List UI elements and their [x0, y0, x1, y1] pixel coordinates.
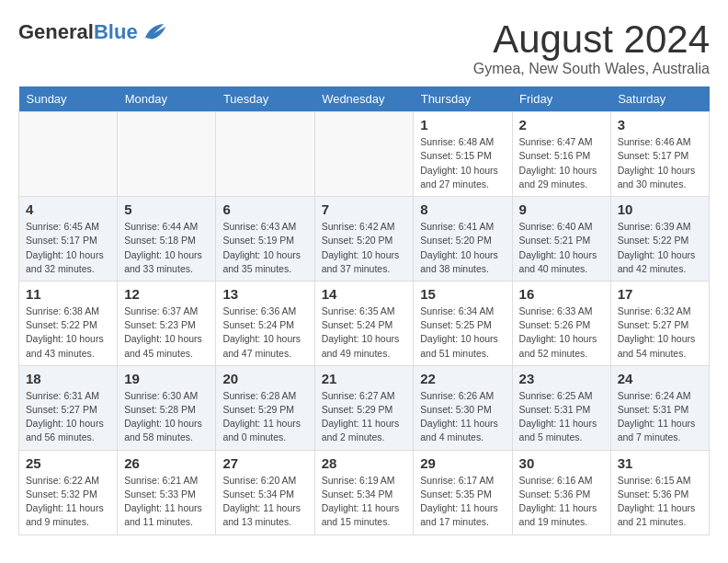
day-number: 25: [26, 455, 110, 471]
header-friday: Friday: [512, 86, 610, 112]
day-number: 14: [322, 286, 407, 302]
day-info: Sunrise: 6:45 AM Sunset: 5:17 PM Dayligh…: [26, 220, 110, 276]
calendar-cell: 13Sunrise: 6:36 AM Sunset: 5:24 PM Dayli…: [216, 281, 314, 365]
logo-blue-text: Blue: [94, 20, 138, 43]
calendar-cell: 10Sunrise: 6:39 AM Sunset: 5:22 PM Dayli…: [610, 197, 709, 282]
calendar-cell: 15Sunrise: 6:34 AM Sunset: 5:25 PM Dayli…: [414, 281, 512, 365]
header-wednesday: Wednesday: [314, 86, 414, 112]
calendar-cell: 5Sunrise: 6:44 AM Sunset: 5:18 PM Daylig…: [118, 197, 216, 282]
calendar-cell: 27Sunrise: 6:20 AM Sunset: 5:34 PM Dayli…: [216, 450, 314, 534]
day-info: Sunrise: 6:27 AM Sunset: 5:29 PM Dayligh…: [322, 389, 407, 445]
day-info: Sunrise: 6:22 AM Sunset: 5:32 PM Dayligh…: [26, 474, 110, 530]
calendar-header-row: SundayMondayTuesdayWednesdayThursdayFrid…: [19, 86, 710, 112]
day-info: Sunrise: 6:41 AM Sunset: 5:20 PM Dayligh…: [420, 220, 505, 276]
day-info: Sunrise: 6:42 AM Sunset: 5:20 PM Dayligh…: [322, 220, 407, 276]
day-number: 11: [26, 286, 110, 302]
calendar-cell: 23Sunrise: 6:25 AM Sunset: 5:31 PM Dayli…: [512, 365, 610, 450]
calendar-cell: 25Sunrise: 6:22 AM Sunset: 5:32 PM Dayli…: [19, 450, 118, 534]
day-number: 2: [519, 117, 604, 132]
calendar-cell: 18Sunrise: 6:31 AM Sunset: 5:27 PM Dayli…: [19, 365, 118, 450]
day-info: Sunrise: 6:28 AM Sunset: 5:29 PM Dayligh…: [222, 389, 307, 445]
day-info: Sunrise: 6:37 AM Sunset: 5:23 PM Dayligh…: [124, 304, 209, 361]
day-number: 9: [519, 201, 604, 217]
logo-bird-icon: [140, 18, 167, 46]
header-sunday: Sunday: [19, 86, 118, 112]
day-info: Sunrise: 6:16 AM Sunset: 5:36 PM Dayligh…: [519, 474, 604, 530]
calendar-cell: 19Sunrise: 6:30 AM Sunset: 5:28 PM Dayli…: [118, 365, 216, 450]
header-saturday: Saturday: [610, 86, 709, 112]
calendar-cell: 20Sunrise: 6:28 AM Sunset: 5:29 PM Dayli…: [216, 365, 314, 450]
day-number: 13: [222, 286, 307, 302]
calendar-cell: 30Sunrise: 6:16 AM Sunset: 5:36 PM Dayli…: [512, 450, 610, 534]
day-info: Sunrise: 6:48 AM Sunset: 5:15 PM Dayligh…: [420, 135, 505, 191]
day-number: 20: [222, 371, 307, 386]
calendar-cell: 22Sunrise: 6:26 AM Sunset: 5:30 PM Dayli…: [414, 365, 512, 450]
day-info: Sunrise: 6:19 AM Sunset: 5:34 PM Dayligh…: [322, 474, 407, 530]
calendar-cell: 11Sunrise: 6:38 AM Sunset: 5:22 PM Dayli…: [19, 281, 118, 365]
day-number: 24: [618, 371, 702, 386]
calendar-cell: 21Sunrise: 6:27 AM Sunset: 5:29 PM Dayli…: [314, 365, 414, 450]
day-info: Sunrise: 6:24 AM Sunset: 5:31 PM Dayligh…: [618, 389, 702, 445]
day-number: 31: [618, 455, 702, 471]
day-number: 23: [519, 371, 604, 386]
day-number: 10: [618, 201, 702, 217]
day-number: 22: [420, 371, 505, 386]
logo-general-text: General: [18, 20, 94, 43]
day-number: 16: [519, 286, 604, 302]
calendar-cell: [118, 112, 216, 197]
calendar-cell: [314, 112, 414, 197]
day-info: Sunrise: 6:33 AM Sunset: 5:26 PM Dayligh…: [519, 304, 604, 361]
calendar-cell: 9Sunrise: 6:40 AM Sunset: 5:21 PM Daylig…: [512, 197, 610, 282]
location-subtitle: Gymea, New South Wales, Australia: [473, 61, 710, 77]
day-number: 12: [124, 286, 209, 302]
day-number: 3: [618, 117, 702, 132]
day-number: 19: [124, 371, 209, 386]
calendar-week-3: 11Sunrise: 6:38 AM Sunset: 5:22 PM Dayli…: [19, 281, 710, 365]
day-info: Sunrise: 6:25 AM Sunset: 5:31 PM Dayligh…: [519, 389, 604, 445]
day-number: 30: [519, 455, 604, 471]
day-info: Sunrise: 6:30 AM Sunset: 5:28 PM Dayligh…: [124, 389, 209, 445]
day-number: 26: [124, 455, 209, 471]
day-info: Sunrise: 6:47 AM Sunset: 5:16 PM Dayligh…: [519, 135, 604, 191]
calendar-cell: [19, 112, 118, 197]
day-number: 18: [26, 371, 110, 386]
calendar-cell: 12Sunrise: 6:37 AM Sunset: 5:23 PM Dayli…: [118, 281, 216, 365]
day-info: Sunrise: 6:34 AM Sunset: 5:25 PM Dayligh…: [420, 304, 505, 361]
calendar-cell: 24Sunrise: 6:24 AM Sunset: 5:31 PM Dayli…: [610, 365, 709, 450]
day-number: 1: [420, 117, 505, 132]
day-number: 4: [26, 201, 110, 217]
day-info: Sunrise: 6:21 AM Sunset: 5:33 PM Dayligh…: [124, 474, 209, 530]
title-block: August 2024 Gymea, New South Wales, Aust…: [473, 18, 710, 77]
day-info: Sunrise: 6:32 AM Sunset: 5:27 PM Dayligh…: [618, 304, 702, 361]
calendar-week-1: 1Sunrise: 6:48 AM Sunset: 5:15 PM Daylig…: [19, 112, 710, 197]
calendar-table: SundayMondayTuesdayWednesdayThursdayFrid…: [18, 86, 710, 534]
calendar-cell: 26Sunrise: 6:21 AM Sunset: 5:33 PM Dayli…: [118, 450, 216, 534]
calendar-cell: 1Sunrise: 6:48 AM Sunset: 5:15 PM Daylig…: [414, 112, 512, 197]
day-number: 28: [322, 455, 407, 471]
day-info: Sunrise: 6:43 AM Sunset: 5:19 PM Dayligh…: [222, 220, 307, 276]
header-monday: Monday: [118, 86, 216, 112]
header-thursday: Thursday: [414, 86, 512, 112]
day-info: Sunrise: 6:17 AM Sunset: 5:35 PM Dayligh…: [420, 474, 505, 530]
calendar-cell: 31Sunrise: 6:15 AM Sunset: 5:36 PM Dayli…: [610, 450, 709, 534]
day-info: Sunrise: 6:31 AM Sunset: 5:27 PM Dayligh…: [26, 389, 110, 445]
day-info: Sunrise: 6:44 AM Sunset: 5:18 PM Dayligh…: [124, 220, 209, 276]
month-title: August 2024: [473, 18, 710, 61]
calendar-cell: 28Sunrise: 6:19 AM Sunset: 5:34 PM Dayli…: [314, 450, 414, 534]
calendar-week-4: 18Sunrise: 6:31 AM Sunset: 5:27 PM Dayli…: [19, 365, 710, 450]
day-info: Sunrise: 6:46 AM Sunset: 5:17 PM Dayligh…: [618, 135, 702, 191]
calendar-cell: [216, 112, 314, 197]
day-info: Sunrise: 6:35 AM Sunset: 5:24 PM Dayligh…: [322, 304, 407, 361]
logo: GeneralBlue: [18, 18, 167, 46]
day-info: Sunrise: 6:36 AM Sunset: 5:24 PM Dayligh…: [222, 304, 307, 361]
calendar-cell: 6Sunrise: 6:43 AM Sunset: 5:19 PM Daylig…: [216, 197, 314, 282]
calendar-cell: 2Sunrise: 6:47 AM Sunset: 5:16 PM Daylig…: [512, 112, 610, 197]
day-info: Sunrise: 6:26 AM Sunset: 5:30 PM Dayligh…: [420, 389, 505, 445]
day-info: Sunrise: 6:40 AM Sunset: 5:21 PM Dayligh…: [519, 220, 604, 276]
calendar-cell: 4Sunrise: 6:45 AM Sunset: 5:17 PM Daylig…: [19, 197, 118, 282]
calendar-cell: 14Sunrise: 6:35 AM Sunset: 5:24 PM Dayli…: [314, 281, 414, 365]
calendar-cell: 8Sunrise: 6:41 AM Sunset: 5:20 PM Daylig…: [414, 197, 512, 282]
day-number: 8: [420, 201, 505, 217]
header-tuesday: Tuesday: [216, 86, 314, 112]
calendar-cell: 3Sunrise: 6:46 AM Sunset: 5:17 PM Daylig…: [610, 112, 709, 197]
